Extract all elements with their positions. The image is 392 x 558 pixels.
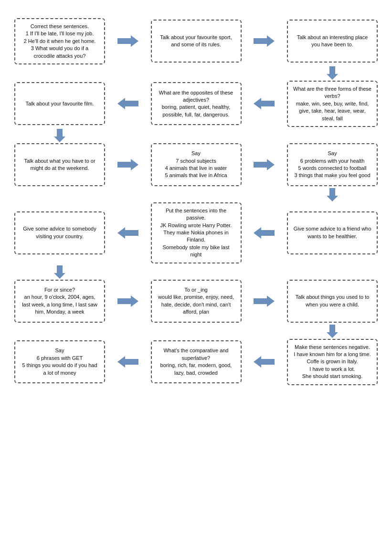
card-row-0: Correct these sentences.1 If I'll be lat… (14, 18, 378, 64)
arrow-h-1-1 (252, 97, 276, 110)
arrow-h-2-1 (252, 158, 276, 171)
svg-marker-15 (117, 356, 138, 368)
arrow-h-5-0 (116, 355, 140, 368)
connector-row-3 (14, 265, 378, 280)
card-row-3: Give some advice to somebody visiting yo… (14, 202, 378, 263)
arrow-h-3-0 (116, 226, 140, 240)
svg-marker-4 (254, 98, 275, 109)
card-row-1: Talk about your favourite film.What are … (14, 81, 378, 127)
card-3-1: Put the sentences into the passive.JK Ro… (151, 202, 242, 263)
card-3-0: Give some advice to somebody visiting yo… (14, 211, 105, 254)
svg-marker-11 (54, 265, 65, 279)
svg-marker-14 (327, 325, 338, 338)
svg-marker-1 (254, 35, 275, 47)
card-1-1: What are the opposites of these adjectiv… (151, 82, 242, 125)
svg-marker-16 (254, 356, 275, 368)
card-4-0: For or since?an hour, 9 o'clock, 2004, a… (14, 280, 105, 323)
svg-marker-8 (327, 188, 338, 201)
card-4-1: To or _ingwould like, promise, enjoy, ne… (151, 280, 242, 323)
connector-row-1 (14, 129, 378, 143)
card-row-2: Talk about what you have to or might do … (14, 143, 378, 186)
connector-row-2 (14, 188, 378, 202)
svg-marker-3 (117, 98, 138, 109)
arrow-h-5-1 (252, 355, 276, 368)
svg-marker-6 (117, 159, 138, 170)
arrow-h-4-0 (116, 295, 140, 308)
card-5-0: Say6 phrases with GET5 things you would … (14, 340, 105, 383)
arrow-h-0-1 (252, 34, 276, 48)
card-row-5: Say6 phrases with GET5 things you would … (14, 339, 378, 385)
card-row-4: For or since?an hour, 9 o'clock, 2004, a… (14, 280, 378, 323)
connector-row-4 (14, 325, 378, 339)
card-0-0: Correct these sentences.1 If I'll be lat… (14, 18, 105, 64)
arrow-h-3-1 (252, 226, 276, 240)
card-0-2: Talk about an interesting place you have… (287, 20, 378, 63)
card-1-2: What are the three forms of these verbs?… (287, 81, 378, 127)
card-4-2: Talk about things you used to to when yo… (287, 280, 378, 323)
connector-row-0 (14, 66, 378, 81)
arrow-h-2-0 (116, 158, 140, 171)
arrow-h-0-0 (116, 34, 140, 48)
svg-marker-7 (254, 159, 275, 170)
card-2-1: Say7 school subjects4 animals that live … (151, 143, 242, 186)
card-5-2: Make these sentences negative.I have kno… (287, 339, 378, 385)
svg-marker-5 (54, 129, 65, 142)
svg-marker-0 (117, 35, 138, 47)
card-1-0: Talk about your favourite film. (14, 82, 105, 125)
svg-marker-10 (254, 227, 275, 239)
card-2-2: Say6 problems with your health5 words co… (287, 143, 378, 186)
arrow-h-4-1 (252, 295, 276, 308)
svg-marker-9 (117, 227, 138, 239)
flowchart: Correct these sentences.1 If I'll be lat… (14, 18, 378, 387)
svg-marker-2 (327, 66, 338, 80)
arrow-h-1-0 (116, 97, 140, 110)
card-5-1: What's the comparative and superlative?b… (151, 340, 242, 383)
svg-marker-12 (117, 295, 138, 307)
card-2-0: Talk about what you have to or might do … (14, 143, 105, 186)
svg-marker-13 (254, 295, 275, 307)
card-0-1: Talk about your favourite sport, and som… (151, 20, 242, 63)
card-3-2: Give some advice to a friend who wants t… (287, 211, 378, 254)
